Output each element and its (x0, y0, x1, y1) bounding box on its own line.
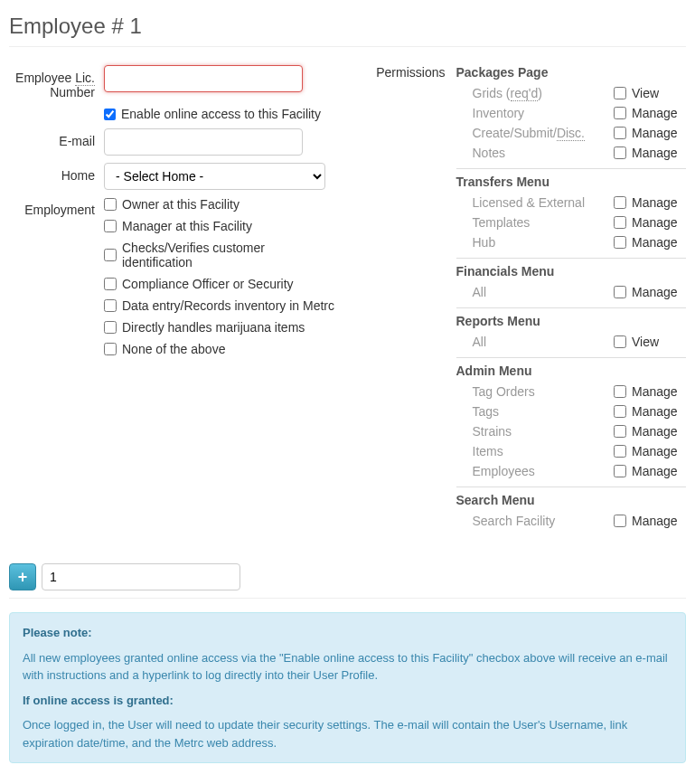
perm-group-title: Financials Menu (456, 264, 687, 279)
perm-checkbox[interactable] (614, 146, 626, 159)
employment-option-none: None of the above (104, 342, 339, 356)
perm-action: Manage (614, 404, 686, 419)
perm-checkbox[interactable] (614, 445, 626, 458)
note-body-1: All new employees granted online access … (23, 649, 672, 685)
perm-checkbox[interactable] (614, 87, 626, 99)
email-input[interactable] (104, 128, 303, 156)
employment-label-none: None of the above (122, 342, 225, 356)
perm-action: Manage (614, 146, 686, 160)
perm-row: NotesManage (456, 143, 687, 163)
perm-name: All (456, 335, 615, 349)
enable-online-label: Enable online access to this Facility (121, 107, 321, 121)
home-select[interactable]: - Select Home - (104, 163, 325, 190)
perm-checkbox[interactable] (614, 385, 626, 398)
enable-online-checkbox[interactable] (104, 109, 116, 120)
employment-label-owner: Owner at this Facility (122, 197, 239, 212)
employment-label-checks: Checks/Verifies customer identification (122, 241, 339, 269)
perm-row: HubManage (456, 232, 687, 252)
perm-row: Create/Submit/Disc.Manage (456, 123, 687, 143)
perm-row: TagsManage (456, 401, 687, 421)
perm-checkbox[interactable] (614, 127, 626, 139)
employment-label-handles: Directly handles marijuana items (122, 320, 305, 335)
page-title: Employee # 1 (9, 14, 686, 47)
note-heading-2: If online access is granted: (23, 692, 672, 710)
perm-group-title: Search Menu (456, 493, 687, 507)
perm-checkbox[interactable] (614, 405, 626, 418)
employment-checkbox-checks[interactable] (104, 249, 117, 261)
perm-action: View (614, 335, 686, 349)
lic-number-label: Employee Lic. Number (9, 65, 104, 99)
note-box: Please note: All new employees granted o… (9, 612, 686, 763)
employment-checkbox-manager[interactable] (104, 220, 117, 232)
note-body-2: Once logged in, the User will need to up… (23, 716, 672, 751)
permissions-label: Permissions (357, 65, 456, 80)
perm-row: AllManage (456, 282, 687, 302)
add-button[interactable]: + (9, 563, 36, 590)
perm-action-label: Manage (632, 126, 678, 140)
perm-action-label: Manage (632, 424, 678, 439)
perm-name: Templates (456, 215, 615, 230)
perm-action-label: Manage (632, 444, 678, 458)
perm-action-label: View (632, 335, 659, 349)
perm-action-label: Manage (632, 215, 678, 230)
permissions-container: Packages PageGrids (req'd)ViewInventoryM… (456, 65, 687, 536)
perm-row: Search FacilityManage (456, 511, 687, 531)
perm-name: Tags (456, 404, 615, 419)
perm-action: Manage (614, 444, 686, 458)
perm-name: Strains (456, 424, 615, 439)
perm-action: Manage (614, 195, 686, 210)
employment-checkbox-handles[interactable] (104, 321, 117, 334)
perm-checkbox[interactable] (614, 425, 626, 438)
employment-label: Employment (9, 197, 104, 217)
perm-checkbox[interactable] (614, 196, 626, 209)
perm-group-title: Reports Menu (456, 314, 687, 328)
lic-number-input[interactable] (104, 65, 303, 92)
lic-number-label-pre: Employee (15, 71, 75, 85)
add-count-input[interactable] (42, 563, 240, 590)
perm-name: Inventory (456, 106, 615, 120)
perm-name: Create/Submit/Disc. (456, 126, 615, 140)
employment-option-checks: Checks/Verifies customer identification (104, 241, 339, 269)
perm-row: Tag OrdersManage (456, 382, 687, 401)
employment-checkbox-owner[interactable] (104, 198, 117, 211)
perm-name: Hub (456, 235, 615, 250)
perm-name: Grids (req'd) (456, 86, 615, 100)
employment-option-dataentry: Data entry/Records inventory in Metrc (104, 298, 339, 313)
perm-action-label: View (632, 86, 659, 100)
perm-row: Licensed & ExternalManage (456, 193, 687, 213)
perm-row: TemplatesManage (456, 213, 687, 232)
home-label: Home (9, 163, 104, 183)
perm-row: Grids (req'd)View (456, 83, 687, 103)
perm-name: Licensed & External (456, 195, 615, 210)
perm-action: Manage (614, 285, 686, 299)
employment-checkbox-compliance[interactable] (104, 278, 117, 290)
perm-action-label: Manage (632, 384, 678, 399)
perm-action: Manage (614, 464, 686, 478)
perm-action-label: Manage (632, 146, 678, 160)
perm-group: Financials MenuAllManage (456, 258, 687, 307)
employment-label-compliance: Compliance Officer or Security (122, 277, 294, 291)
lic-abbr: Lic. (75, 71, 95, 86)
perm-name: Search Facility (456, 514, 615, 528)
employment-option-owner: Owner at this Facility (104, 197, 339, 212)
perm-checkbox[interactable] (614, 465, 626, 477)
employment-checkbox-dataentry[interactable] (104, 299, 117, 312)
perm-action-label: Manage (632, 285, 678, 299)
employment-list: Owner at this FacilityManager at this Fa… (104, 197, 339, 364)
employment-checkbox-none[interactable] (104, 343, 117, 355)
employment-option-manager: Manager at this Facility (104, 219, 339, 233)
perm-action-label: Manage (632, 464, 678, 478)
perm-name: Tag Orders (456, 384, 615, 399)
perm-group-title: Packages Page (456, 65, 687, 80)
perm-checkbox[interactable] (614, 515, 626, 527)
perm-action-label: Manage (632, 235, 678, 250)
perm-checkbox[interactable] (614, 216, 626, 229)
perm-checkbox[interactable] (614, 335, 626, 348)
perm-row: ItemsManage (456, 441, 687, 461)
perm-group-title: Transfers Menu (456, 175, 687, 189)
perm-checkbox[interactable] (614, 236, 626, 249)
perm-checkbox[interactable] (614, 107, 626, 119)
perm-checkbox[interactable] (614, 286, 626, 298)
employment-option-compliance: Compliance Officer or Security (104, 277, 339, 291)
note-heading-1: Please note: (23, 624, 672, 642)
